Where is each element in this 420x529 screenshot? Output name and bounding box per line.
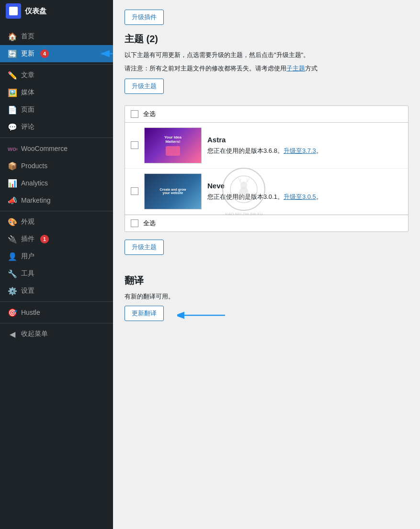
- neve-upgrade-link[interactable]: 升级至3.0.5: [284, 193, 316, 200]
- select-all-bottom-label: 全选: [143, 219, 156, 228]
- divider-5: [0, 323, 113, 323]
- update-translation-button[interactable]: 更新翻译: [125, 306, 164, 321]
- sidebar-item-plugins[interactable]: 🔌 插件 1: [0, 230, 113, 248]
- sidebar-item-users-label: 用户: [21, 252, 34, 261]
- collapse-icon: ◀: [8, 330, 17, 339]
- sidebar-logo: [6, 3, 21, 19]
- sidebar-item-marketing-label: Marketing: [21, 196, 50, 204]
- select-all-top-label: 全选: [143, 110, 156, 118]
- astra-theme-info: Astra 您正在使用的是版本3.6.8。升级至3.7.3。: [207, 136, 402, 155]
- sidebar-item-marketing[interactable]: 📣 Marketing: [0, 192, 113, 209]
- marketing-icon: 📣: [8, 196, 17, 205]
- products-icon: 📦: [8, 161, 17, 171]
- settings-icon: ⚙️: [8, 287, 17, 296]
- divider-2: [0, 138, 113, 138]
- theme-select-all-bottom-row: 全选: [125, 215, 408, 231]
- sidebar-item-home[interactable]: 🏠 首页: [0, 28, 113, 45]
- sidebar-item-home-label: 首页: [21, 32, 34, 41]
- sidebar-item-tools-label: 工具: [21, 269, 34, 278]
- neve-theme-name: Neve: [207, 182, 402, 190]
- home-icon: 🏠: [8, 32, 17, 41]
- appearance-icon: 🎨: [8, 218, 17, 227]
- sidebar-item-posts-label: 文章: [21, 71, 34, 80]
- sidebar-item-plugins-label: 插件: [21, 235, 34, 243]
- sidebar-logo-icon: [9, 7, 18, 15]
- theme-table: 全选 Your IdeaMatters! Astra 您正在使用的是版本3.6.…: [125, 105, 409, 232]
- sidebar-item-pages[interactable]: 📄 页面: [0, 101, 113, 118]
- sidebar-item-users[interactable]: 👤 用户: [0, 248, 113, 265]
- sidebar-item-collapse-label: 收起菜单: [21, 330, 48, 338]
- sidebar-item-products[interactable]: 📦 Products: [0, 157, 113, 174]
- themes-title: 主题 (2): [125, 33, 409, 46]
- updates-arrow: [99, 47, 113, 60]
- divider-4: [0, 301, 113, 302]
- select-all-checkbox-top[interactable]: [131, 110, 138, 118]
- sidebar-item-comments-label: 评论: [21, 123, 34, 131]
- neve-theme-info: Neve 您正在使用的是版本3.0.1。升级至3.0.5。: [207, 182, 402, 201]
- sidebar-item-analytics[interactable]: 📊 Analytics: [0, 174, 113, 192]
- theme-row-astra: Your IdeaMatters! Astra 您正在使用的是版本3.6.8。升…: [125, 123, 408, 169]
- sidebar-item-settings-label: 设置: [21, 287, 34, 295]
- astra-theme-name: Astra: [207, 136, 402, 144]
- sidebar-item-appearance[interactable]: 🎨 外观: [0, 213, 113, 230]
- comments-icon: 💬: [8, 123, 17, 132]
- note-suffix: 方式: [305, 65, 318, 72]
- child-theme-link[interactable]: 子主题: [286, 65, 305, 72]
- astra-update-text: 您正在使用的是版本3.6.8。升级至3.7.3。: [207, 147, 402, 155]
- upgrade-theme-button-top[interactable]: 升级主题: [125, 79, 164, 94]
- sidebar-item-media[interactable]: 🖼️ 媒体: [0, 84, 113, 101]
- sidebar-item-analytics-label: Analytics: [21, 179, 48, 187]
- sidebar-nav: 🏠 首页 🔄 更新 4 ✏️ 文章 🖼️: [0, 22, 113, 345]
- posts-icon: ✏️: [8, 71, 17, 80]
- divider-3: [0, 211, 113, 211]
- sidebar-header: 仪表盘: [0, 0, 113, 22]
- translation-section: 翻译 有新的翻译可用。 更新翻译: [125, 274, 409, 321]
- translation-desc: 有新的翻译可用。: [125, 292, 409, 302]
- themes-desc: 以下主题有可用更新，点选需要升级的主题，然后点击"升级主题"。: [125, 50, 409, 60]
- astra-thumb-inner: Your IdeaMatters!: [145, 128, 201, 163]
- sidebar-item-updates[interactable]: 🔄 更新 4: [0, 45, 113, 62]
- sidebar-item-comments[interactable]: 💬 评论: [0, 118, 113, 136]
- updates-badge: 4: [40, 49, 49, 58]
- update-translation-wrapper: 更新翻译: [125, 306, 164, 321]
- divider-1: [0, 64, 113, 65]
- sidebar-item-settings[interactable]: ⚙️ 设置: [0, 282, 113, 299]
- note-prefix: 请注意：所有之前对主题文件的修改都将丢失。请考虑使用: [125, 65, 286, 72]
- sidebar-item-hustle-label: Hustle: [21, 309, 40, 316]
- translation-arrow: [177, 306, 235, 325]
- select-all-checkbox-bottom[interactable]: [131, 219, 138, 227]
- sidebar-item-woocommerce[interactable]: woo WooCommerce: [0, 140, 113, 157]
- sidebar-item-products-label: Products: [21, 162, 47, 170]
- neve-update-text: 您正在使用的是版本3.0.1。升级至3.0.5。: [207, 193, 402, 201]
- sidebar-item-media-label: 媒体: [21, 88, 34, 97]
- hustle-icon: 🎯: [8, 308, 17, 317]
- media-icon: 🖼️: [8, 88, 17, 97]
- translation-title: 翻译: [125, 274, 409, 287]
- astra-upgrade-link[interactable]: 升级至3.7.3: [284, 147, 316, 154]
- updates-icon: 🔄: [8, 49, 17, 58]
- pages-icon: 📄: [8, 105, 17, 115]
- neve-checkbox[interactable]: [131, 187, 138, 195]
- sidebar-item-posts[interactable]: ✏️ 文章: [0, 67, 113, 84]
- neve-thumb-inner: Create and growyour website: [145, 174, 201, 209]
- theme-row-neve: Create and growyour website Neve 您正在使用的是…: [125, 169, 408, 215]
- astra-thumbnail: Your IdeaMatters!: [144, 127, 202, 163]
- plugins-icon: 🔌: [8, 235, 17, 244]
- sidebar-item-updates-label: 更新: [21, 49, 34, 58]
- analytics-icon: 📊: [8, 179, 17, 188]
- upgrade-plugin-button[interactable]: 升级插件: [125, 10, 164, 25]
- astra-checkbox[interactable]: [131, 141, 138, 149]
- sidebar: 仪表盘 🏠 首页 🔄 更新 4 ✏️: [0, 0, 113, 529]
- main-content: 升级插件 主题 (2) 以下主题有可用更新，点选需要升级的主题，然后点击"升级主…: [113, 0, 420, 529]
- sidebar-item-tools[interactable]: 🔧 工具: [0, 265, 113, 282]
- sidebar-item-collapse[interactable]: ◀ 收起菜单: [0, 325, 113, 343]
- users-icon: 👤: [8, 252, 17, 261]
- sidebar-item-hustle[interactable]: 🎯 Hustle: [0, 304, 113, 321]
- neve-thumbnail: Create and growyour website: [144, 173, 202, 209]
- tools-icon: 🔧: [8, 269, 17, 278]
- sidebar-title: 仪表盘: [25, 7, 46, 16]
- sidebar-item-appearance-label: 外观: [21, 218, 34, 226]
- sidebar-item-pages-label: 页面: [21, 105, 34, 114]
- sidebar-item-woocommerce-label: WooCommerce: [21, 145, 68, 152]
- upgrade-theme-button-bottom[interactable]: 升级主题: [125, 240, 164, 255]
